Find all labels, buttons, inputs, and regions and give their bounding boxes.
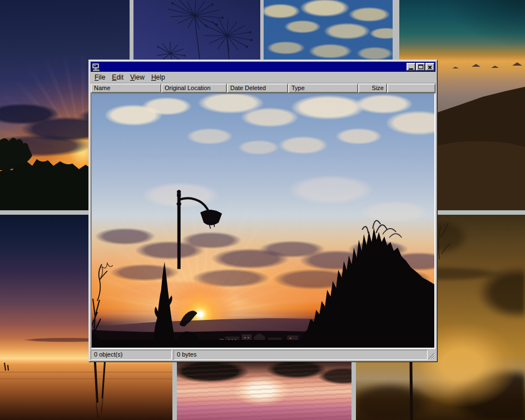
column-header-name[interactable]: Name	[91, 83, 161, 93]
column-header-filler	[387, 83, 435, 93]
column-header-row: Name Original Location Date Deleted Type…	[91, 83, 435, 93]
title-bar[interactable]	[91, 62, 435, 72]
resize-grip[interactable]	[428, 350, 435, 360]
column-header-type[interactable]: Type	[288, 83, 358, 93]
maximize-icon	[418, 65, 423, 69]
minimize-icon	[409, 68, 413, 70]
column-header-size[interactable]: Size	[358, 83, 387, 93]
status-object-count: 0 object(s)	[91, 350, 172, 360]
file-list-viewport[interactable]	[91, 93, 435, 349]
menu-view[interactable]: View	[127, 73, 148, 82]
maximize-button[interactable]	[416, 63, 425, 71]
column-header-date-deleted[interactable]: Date Deleted	[227, 83, 288, 93]
desktop: { "window": { "title": "", "icon": "comp…	[0, 0, 525, 420]
resize-grip-icon	[428, 350, 435, 360]
minimize-button[interactable]	[407, 63, 415, 71]
status-bar: 0 object(s) 0 bytes	[91, 350, 435, 360]
menu-bar: File Edit View Help	[91, 72, 435, 83]
computer-icon[interactable]	[92, 63, 101, 71]
photo-silhouettes-graphic	[92, 94, 434, 348]
menu-help[interactable]: Help	[148, 73, 169, 82]
menu-file[interactable]: File	[91, 73, 108, 82]
menu-edit[interactable]: Edit	[108, 73, 127, 82]
column-header-original-location[interactable]: Original Location	[161, 83, 227, 93]
background-photo-sunset-lamp	[92, 94, 434, 348]
close-button[interactable]	[425, 63, 434, 71]
status-size: 0 bytes	[174, 350, 428, 360]
recycle-bin-window: File Edit View Help Name Original Locati…	[88, 60, 438, 362]
